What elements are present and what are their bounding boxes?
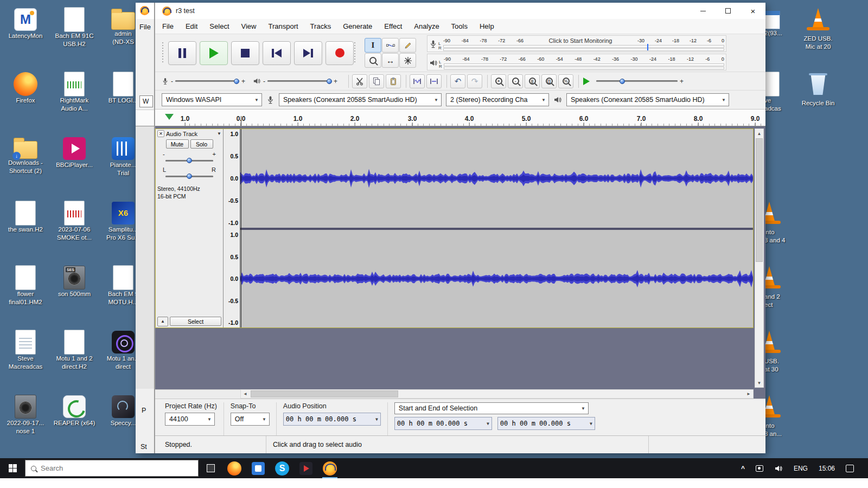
slider-thumb[interactable] bbox=[234, 79, 239, 84]
taskbar-search-box[interactable] bbox=[25, 460, 199, 477]
scroll-up-arrow[interactable]: ▲ bbox=[755, 129, 763, 138]
selection-mode-dropdown[interactable]: Start and End of Selection▼ bbox=[394, 402, 589, 414]
scroll-down-arrow[interactable]: ▼ bbox=[755, 378, 763, 387]
desktop-icon[interactable]: ZED USB.Mic at 20 bbox=[801, 5, 835, 70]
redo-button[interactable]: ↷ bbox=[467, 74, 482, 88]
start-button[interactable] bbox=[0, 458, 25, 478]
desktop-icon[interactable]: Recycle Bin bbox=[801, 70, 835, 134]
record-button[interactable] bbox=[326, 41, 354, 65]
taskbar-app-button[interactable] bbox=[246, 458, 270, 478]
menu-item[interactable]: Edit bbox=[180, 19, 203, 34]
pause-button[interactable] bbox=[168, 41, 196, 65]
speed-slider-thumb[interactable] bbox=[620, 79, 625, 84]
playback-volume-slider[interactable]: - + bbox=[253, 77, 337, 85]
slider-track[interactable] bbox=[267, 80, 331, 82]
mute-button[interactable]: Mute bbox=[166, 139, 189, 149]
volume-icon[interactable] bbox=[774, 464, 783, 473]
timeline-ruler[interactable]: 1.00.01.02.03.04.05.06.07.08.09.0 bbox=[155, 110, 765, 126]
playback-device-dropdown[interactable]: Speakers (Conexant 20585 SmartAudio HD)▼ bbox=[566, 93, 729, 106]
track-name[interactable]: Audio Track bbox=[166, 131, 215, 137]
desktop-icon[interactable]: SteveMacreadcas bbox=[1, 328, 50, 393]
waveform-channel-right[interactable] bbox=[240, 230, 753, 328]
recording-device-dropdown[interactable]: Speakers (Conexant 20585 SmartAudio HD)▼ bbox=[279, 93, 442, 106]
language-indicator[interactable]: ENG bbox=[794, 465, 808, 472]
project-rate-dropdown[interactable]: 44100▼ bbox=[165, 413, 215, 426]
minimize-button[interactable] bbox=[691, 3, 716, 19]
envelope-tool-button[interactable] bbox=[382, 38, 399, 53]
desktop-icon[interactable]: Motu 1 and 2direct.H2 bbox=[50, 328, 99, 393]
vertical-scrollbar-thumb[interactable] bbox=[756, 138, 763, 262]
action-center-icon[interactable] bbox=[846, 465, 854, 472]
gain-slider[interactable]: - + bbox=[163, 151, 216, 164]
selection-tool-button[interactable]: I bbox=[365, 38, 381, 53]
recording-meter[interactable]: LR -90-84-78-72-66 Click to Start Monito… bbox=[427, 35, 726, 52]
pan-slider-thumb[interactable] bbox=[187, 174, 192, 179]
collapse-track-button[interactable]: ▲ bbox=[157, 317, 168, 326]
menu-item[interactable]: File bbox=[156, 19, 180, 34]
track-menu-caret-icon[interactable]: ▼ bbox=[217, 131, 221, 136]
desktop-icon[interactable]: 2022-09-17...nose 1 bbox=[1, 393, 50, 457]
desktop-icon[interactable]: Firefox bbox=[1, 70, 50, 134]
desktop-icon[interactable]: Downloads -Shortcut (2) bbox=[1, 134, 50, 199]
play-button[interactable] bbox=[200, 41, 228, 65]
menu-item[interactable]: Analyze bbox=[408, 19, 445, 34]
toolbar-grip[interactable] bbox=[162, 42, 164, 64]
play-at-speed-toolbar[interactable]: + bbox=[582, 78, 684, 85]
desktop-icon[interactable]: son 500mm bbox=[50, 264, 99, 328]
menu-item[interactable]: Transport bbox=[262, 19, 304, 34]
skip-to-end-button[interactable] bbox=[294, 41, 322, 65]
zoom-toggle-button[interactable]: ½ bbox=[558, 74, 573, 88]
trim-audio-button[interactable] bbox=[410, 74, 425, 88]
taskbar-media-button[interactable] bbox=[294, 458, 318, 478]
background-window-edge[interactable]: File W P St bbox=[136, 3, 155, 453]
undo-button[interactable]: ↶ bbox=[450, 74, 465, 88]
pan-slider-track[interactable] bbox=[165, 176, 213, 177]
selection-end-field[interactable]: 00 h 00 m 00.000 s▼ bbox=[497, 417, 595, 430]
waveform-channel-left[interactable] bbox=[240, 129, 753, 228]
task-view-button[interactable] bbox=[199, 458, 222, 478]
menu-item[interactable]: Tracks bbox=[304, 19, 337, 34]
desktop-icon[interactable]: BBCiPlayer... bbox=[50, 134, 99, 199]
zoom-out-button[interactable]: - bbox=[508, 74, 523, 88]
scroll-left-arrow[interactable]: ◄ bbox=[241, 391, 250, 396]
cut-button[interactable] bbox=[352, 74, 367, 88]
close-button[interactable]: × bbox=[741, 3, 765, 19]
desktop-icon[interactable]: 2023-07-06SMOKE ot... bbox=[50, 199, 99, 264]
desktop-icon[interactable]: the swan.H2 bbox=[1, 199, 50, 264]
silence-audio-button[interactable] bbox=[426, 74, 442, 88]
pan-slider[interactable]: L R bbox=[163, 166, 216, 180]
menu-item[interactable]: Effect bbox=[378, 19, 408, 34]
fit-selection-button[interactable]: || bbox=[525, 74, 540, 88]
skip-to-start-button[interactable] bbox=[263, 41, 291, 65]
menu-item[interactable]: View bbox=[235, 19, 263, 34]
fit-project-button[interactable]: [] bbox=[541, 74, 557, 88]
clock[interactable]: 15:06 bbox=[819, 465, 835, 472]
slider-track[interactable] bbox=[175, 80, 239, 82]
track-area[interactable]: × Audio Track ▼ Mute Solo - + L bbox=[155, 126, 765, 399]
horizontal-scrollbar[interactable]: ◄ ► bbox=[240, 389, 754, 399]
recording-channels-dropdown[interactable]: 2 (Stereo) Recording Cha▼ bbox=[446, 93, 549, 106]
taskbar-firefox-button[interactable] bbox=[222, 458, 246, 478]
desktop-icon[interactable]: LatencyMon bbox=[1, 5, 50, 70]
selection-start-field[interactable]: 00 h 00 m 00.000 s▼ bbox=[394, 417, 492, 430]
taskbar-skype-button[interactable]: S bbox=[270, 458, 294, 478]
waveform-area[interactable] bbox=[240, 129, 753, 328]
speed-slider-track[interactable] bbox=[596, 80, 678, 82]
gain-slider-thumb[interactable] bbox=[187, 158, 192, 163]
menu-item[interactable]: Generate bbox=[337, 19, 378, 34]
solo-button[interactable]: Solo bbox=[190, 139, 213, 149]
meter-message[interactable]: Click to Start Monitoring bbox=[524, 37, 637, 44]
paste-button[interactable] bbox=[386, 74, 401, 88]
menu-item[interactable]: Help bbox=[474, 19, 500, 34]
audio-position-field[interactable]: 00 h 00 m 00.000 s▼ bbox=[283, 413, 381, 426]
desktop-icon[interactable]: RightMarkAudio A... bbox=[50, 70, 99, 134]
desktop-icon[interactable]: Bach EM 91CUSB.H2 bbox=[50, 5, 99, 70]
stop-button[interactable] bbox=[231, 41, 259, 65]
menu-item[interactable]: Select bbox=[203, 19, 235, 34]
slider-thumb[interactable] bbox=[327, 79, 332, 84]
vertical-scale-ruler[interactable]: 1.00.50.0-0.5-1.0 1.00.50.0-0.5-1.0 bbox=[224, 129, 240, 328]
hidden-icons-chevron[interactable]: ^ bbox=[741, 465, 745, 472]
vertical-scrollbar[interactable]: ▲ ▼ bbox=[755, 129, 764, 388]
toolbar-grip[interactable] bbox=[354, 42, 356, 64]
gain-slider-track[interactable] bbox=[165, 160, 213, 162]
